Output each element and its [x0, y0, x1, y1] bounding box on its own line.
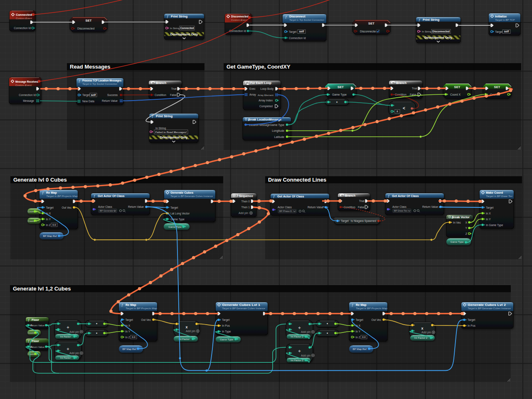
svg-text:Return Value: Return Value [128, 205, 144, 208]
svg-text:•: • [327, 322, 328, 326]
svg-text:Completed: Completed [259, 105, 273, 108]
svg-text:In Type: In Type [222, 330, 231, 333]
svg-text:Print String: Print String [156, 114, 173, 118]
svg-text:Exec: Exec [249, 87, 256, 90]
svg-text:Target: Target [289, 30, 296, 34]
svg-text:ƒ: ƒ [285, 15, 287, 19]
svg-text:Add pin: Add pin [69, 352, 79, 355]
svg-text:Connection Id: Connection Id [14, 27, 31, 30]
svg-text:Int Factor 2: Int Factor 2 [291, 359, 303, 362]
svg-text:Re Map: Re Map [356, 303, 367, 307]
svg-text:ƒ: ƒ [419, 18, 421, 22]
svg-text:•: • [336, 100, 337, 104]
svg-text:Latitude: Latitude [274, 135, 284, 138]
svg-text:False: False [170, 94, 177, 96]
svg-text:<: < [403, 106, 405, 111]
svg-text:Int Factor: Int Factor [60, 335, 71, 338]
svg-text:Longitude: Longitude [272, 129, 284, 133]
svg-text:Target: Target [170, 206, 178, 209]
svg-text:Read Messages: Read Messages [70, 64, 111, 70]
svg-text:Then 1: Then 1 [241, 206, 250, 209]
svg-text:In Z: In Z [46, 224, 51, 227]
svg-text:Target: Target [46, 206, 54, 209]
svg-text:÷: ÷ [67, 347, 69, 351]
svg-text:BP Map Ref: BP Map Ref [122, 347, 136, 350]
svg-text:Game Type: Game Type [270, 123, 284, 127]
svg-text:Target is BP Generate Cubes In: Target is BP Generate Cubes Instance [170, 195, 213, 197]
svg-text:÷: ÷ [298, 349, 301, 353]
svg-text:Sequence: Sequence [239, 194, 253, 198]
svg-text:Int Factor: Int Factor [179, 337, 190, 340]
svg-text:In X: In X [486, 212, 491, 215]
svg-text:BP Map Ref: BP Map Ref [43, 234, 57, 237]
svg-text:Coord X: Coord X [450, 93, 461, 96]
svg-text:Array: Array [249, 93, 256, 96]
svg-text:Return Value: Return Value [30, 324, 44, 327]
svg-text:Return Value: Return Value [422, 205, 438, 208]
svg-text:Connected: Connected [16, 13, 32, 17]
svg-text:Return Value: Return Value [308, 206, 323, 209]
svg-text:In Y: In Y [46, 218, 51, 221]
svg-text:•: • [96, 322, 97, 326]
svg-text:÷: ÷ [67, 325, 69, 330]
svg-text:Success: Success [107, 94, 118, 96]
svg-text:Actor Class: Actor Class [98, 205, 112, 208]
svg-text:Target is BP Draw Tex: Target is BP Draw Tex [486, 195, 513, 197]
svg-text:Development Only: Development Only [160, 135, 188, 139]
svg-text:False: False [358, 206, 365, 209]
svg-text:•: • [96, 331, 97, 335]
svg-text:Development Only: Development Only [424, 36, 452, 39]
svg-text:Target is BP Projects Map: Target is BP Projects Map [46, 195, 78, 197]
svg-text:Game Type: Game Type [332, 93, 347, 96]
svg-text:SET: SET [454, 85, 461, 89]
svg-text:Connection Id: Connection Id [289, 37, 306, 39]
svg-text:Generate Cubes: Generate Cubes [170, 191, 193, 195]
svg-text:Target is BP TCP: Target is BP TCP [495, 18, 515, 21]
svg-text:Array Element: Array Element [258, 94, 273, 96]
svg-text:Game Type: Game Type [220, 338, 233, 341]
svg-text:Int Factor 2: Int Factor 2 [291, 335, 303, 338]
svg-text:Target: Target [468, 318, 475, 322]
svg-text:In Y: In Y [486, 218, 491, 221]
svg-text:Draw Connected Lines: Draw Connected Lines [268, 177, 326, 183]
svg-text:Failed to Read Messages!: Failed to Read Messages! [155, 131, 187, 133]
svg-text:Y: Y [465, 227, 467, 229]
svg-text:In Game Type: In Game Type [486, 224, 503, 227]
svg-text:Disconnected: Disconnected [432, 30, 450, 33]
svg-text:Return Value: Return Value [30, 346, 44, 348]
svg-text:Print String: Print String [171, 15, 188, 18]
svg-text:self: self [504, 30, 509, 33]
svg-text:Game Type: Game Type [451, 240, 464, 243]
svg-text:BP Phase D: BP Phase D [279, 210, 292, 212]
svg-text:Re Map: Re Map [126, 303, 136, 307]
svg-text:Condition: Condition [155, 94, 166, 96]
svg-text:Target: Target [82, 94, 90, 97]
svg-text:Target is BP Generate Cubes In: Target is BP Generate Cubes Instance [222, 307, 266, 310]
svg-text:Lat Long Vector: Lat Long Vector [170, 212, 190, 215]
svg-text:ƒ: ƒ [388, 194, 390, 198]
svg-text:ƒ: ƒ [94, 194, 96, 198]
svg-text:Target: Target [126, 318, 133, 322]
svg-text:Disconnected: Disconnected [77, 27, 94, 30]
svg-text:True: True [412, 87, 418, 90]
svg-text:ƒ: ƒ [28, 339, 30, 343]
svg-text:Initialize: Initialize [495, 15, 507, 18]
svg-text:Actor Class: Actor Class [392, 205, 406, 208]
svg-text:Disconnected: Disconnected [231, 15, 249, 18]
svg-text:Target is Tcp Socket Connectio: Target is Tcp Socket Connection [82, 82, 118, 85]
svg-text:Get Actor Of Class: Get Actor Of Class [98, 194, 125, 198]
svg-text:In String: In String [422, 30, 432, 33]
svg-text:Add pin: Add pin [186, 330, 195, 333]
svg-text:SET: SET [86, 19, 92, 22]
svg-text:ƒ: ƒ [273, 195, 275, 198]
svg-text:Target: Target [486, 206, 493, 209]
svg-text:Development Only: Development Only [170, 32, 198, 36]
svg-text:Target is Tcp Socket Connectio: Target is Tcp Socket Connection [289, 18, 325, 21]
svg-text:Branch: Branch [156, 81, 166, 85]
svg-text:Break Vector: Break Vector [452, 216, 470, 219]
svg-text:Re Map: Re Map [46, 191, 57, 195]
svg-text:True: True [171, 87, 177, 90]
svg-text:Target: Target [341, 219, 349, 223]
svg-text:ƒ: ƒ [121, 303, 123, 307]
svg-text:Generate Cubes Lvl 2: Generate Cubes Lvl 2 [468, 303, 506, 307]
